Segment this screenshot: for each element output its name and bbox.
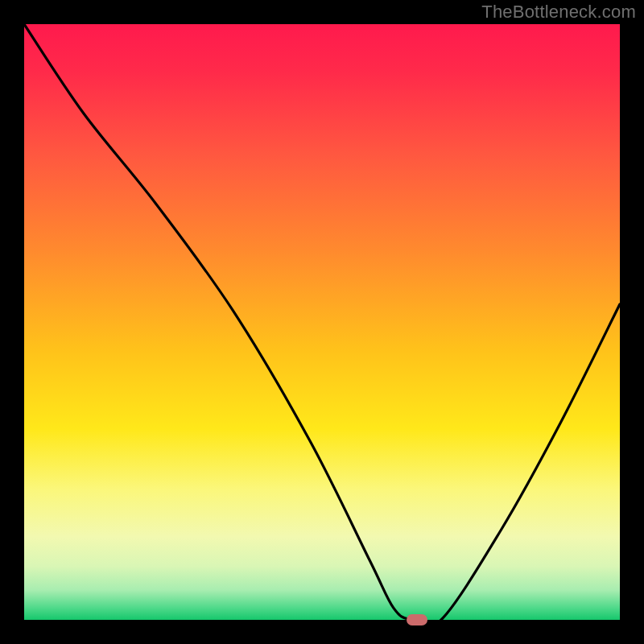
bottleneck-curve <box>24 24 620 620</box>
watermark-text: TheBottleneck.com <box>481 2 636 23</box>
optimal-point-marker <box>407 614 427 625</box>
plot-area <box>24 24 620 620</box>
chart-frame: TheBottleneck.com <box>0 0 644 644</box>
